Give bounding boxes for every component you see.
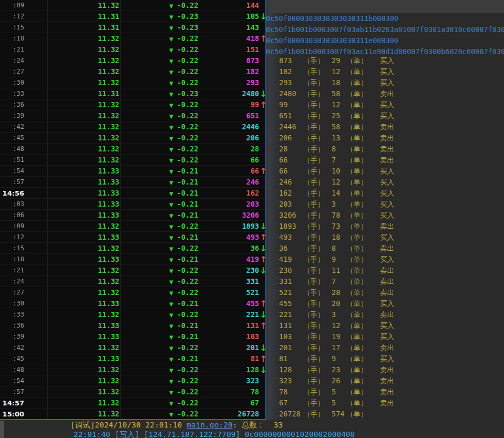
trade-side: 卖出 xyxy=(380,144,394,155)
tick-row[interactable]: :4811.32▼-0.2228 xyxy=(0,144,265,155)
trade-row[interactable]: 2480（手）58（单）卖出 xyxy=(268,88,394,99)
trade-row[interactable]: 1893（手）73（单）卖出 xyxy=(268,221,394,232)
trade-row[interactable]: 81（手）9（单）买入 xyxy=(268,353,394,364)
trade-lots-unit: （手） xyxy=(303,55,332,66)
trade-row[interactable]: 651（手）25（单）买入 xyxy=(268,110,394,121)
trade-row[interactable]: 203（手）3（单）买入 xyxy=(268,199,394,210)
tick-price: 11.33 xyxy=(47,177,119,188)
tick-price: 11.32 xyxy=(47,287,119,298)
trade-row[interactable]: 206（手）13（单）卖出 xyxy=(268,133,394,144)
trade-row[interactable]: 131（手）12（单）买入 xyxy=(268,320,394,331)
tick-row[interactable]: :3611.32▼-0.2299↑ xyxy=(0,99,265,110)
tick-row[interactable]: 15:0011.32▼-0.2226728 xyxy=(0,409,265,420)
tick-row[interactable]: :0611.33▼-0.213206 xyxy=(0,210,265,221)
tick-row[interactable]: :5411.32▼-0.22323 xyxy=(0,375,265,386)
tick-row[interactable]: :3311.31▼-0.232480↓ xyxy=(0,88,265,99)
tick-change: ▼-0.21 xyxy=(169,188,197,199)
tick-row[interactable]: :3911.32▼-0.22651 xyxy=(0,110,265,121)
tick-row[interactable]: :4511.33▼-0.2181↑ xyxy=(0,353,265,364)
tick-volume: 206 xyxy=(196,133,259,144)
tick-row[interactable]: :0911.32▼-0.221893↓ xyxy=(0,221,265,232)
tick-change: ▼-0.21 xyxy=(169,254,197,266)
trade-row[interactable]: 221（手）3（单）卖出 xyxy=(268,309,394,320)
tick-row[interactable]: :4511.32▼-0.22206 xyxy=(0,133,265,144)
trade-lots-unit: （手） xyxy=(303,66,332,77)
tick-row[interactable]: :4211.32▼-0.222446 xyxy=(0,121,265,133)
tick-row[interactable]: :1211.33▼-0.21493↑ xyxy=(0,232,265,243)
tick-row[interactable]: :2111.32▼-0.22151 xyxy=(0,44,265,55)
trade-row[interactable]: 323（手）26（单）卖出 xyxy=(268,375,394,386)
trade-row[interactable]: 36（手）8（单）卖出 xyxy=(268,243,394,254)
tick-row[interactable]: :3911.33▼-0.21103 xyxy=(0,331,265,342)
tick-row[interactable]: :2411.32▼-0.22331 xyxy=(0,276,265,287)
trade-lots-unit: （手） xyxy=(303,221,332,232)
trade-row[interactable]: 2446（手）58（单）卖出 xyxy=(268,121,394,133)
tick-row[interactable]: :5411.33▼-0.2166↑ xyxy=(0,166,265,177)
tick-row[interactable]: :1811.32▼-0.22418↑ xyxy=(0,33,265,44)
trade-row[interactable]: 455（手）20（单）买入 xyxy=(268,298,394,309)
trade-lots: 293 xyxy=(279,77,303,88)
trade-lots: 230 xyxy=(279,265,303,276)
tick-row[interactable]: :3611.33▼-0.21131↑ xyxy=(0,320,265,331)
scrollbar-nub[interactable] xyxy=(0,421,4,438)
tick-time: :15 xyxy=(0,243,24,254)
trade-lots: 67 xyxy=(279,398,303,409)
tick-row[interactable]: :5711.33▼-0.21246 xyxy=(0,177,265,188)
tick-change: ▼-0.21 xyxy=(169,199,197,210)
trade-row[interactable]: 99（手）12（单）买入 xyxy=(268,99,394,110)
tick-row[interactable]: :1811.33▼-0.21419↑ xyxy=(0,254,265,265)
trade-row[interactable]: 3206（手）78（单）买入 xyxy=(268,210,394,221)
tick-row[interactable]: :1511.32▼-0.2236↓ xyxy=(0,243,265,254)
tick-row[interactable]: :3311.32▼-0.22221↓ xyxy=(0,309,265,320)
tick-row[interactable]: :1511.31▼-0.23143 xyxy=(0,22,265,33)
tick-row[interactable]: :1211.31▼-0.23105↓ xyxy=(0,11,265,22)
tick-volume: 1893 xyxy=(196,221,259,232)
tick-row[interactable]: :2411.32▼-0.22873 xyxy=(0,55,265,66)
trade-row[interactable]: 26728（手）574（单） xyxy=(268,409,380,420)
tick-row[interactable]: :5111.32▼-0.2266 xyxy=(0,155,265,166)
trade-row[interactable]: 67（手）5（单）卖出 xyxy=(268,398,394,409)
trade-row[interactable]: 230（手）11（单）卖出 xyxy=(268,265,394,276)
source-file-link[interactable]: main.go:20 xyxy=(187,421,232,429)
trade-row[interactable]: 201（手）17（单）卖出 xyxy=(268,342,394,353)
trade-row[interactable]: 293（手）18（单）买入 xyxy=(268,77,394,88)
tick-row[interactable]: :0311.33▼-0.21203 xyxy=(0,199,265,210)
trade-row[interactable]: 162（手）14（单）买入 xyxy=(268,188,394,199)
trade-row[interactable]: 419（手）9（单）买入 xyxy=(268,254,394,265)
trade-lots-unit: （手） xyxy=(303,121,332,133)
tick-change: ▼-0.21 xyxy=(169,320,197,332)
trade-row[interactable]: 182（手）12（单）买入 xyxy=(268,66,394,77)
trade-row[interactable]: 493（手）18（单）买入 xyxy=(268,232,394,243)
trade-row[interactable]: 66（手）7（单）卖出 xyxy=(268,155,394,166)
trade-row[interactable]: 28（手）8（单）卖出 xyxy=(268,144,394,155)
tick-row[interactable]: 14:5611.33▼-0.21162 xyxy=(0,188,265,199)
tick-row[interactable]: :4211.32▼-0.22201↓ xyxy=(0,342,265,353)
hex-line: 0c50f0000303030303030311e000300 xyxy=(266,35,398,46)
tick-row[interactable]: :4811.32▼-0.22128↓ xyxy=(0,364,265,375)
trade-row[interactable]: 103（手）19（单）买入 xyxy=(268,331,394,342)
trade-orders-unit: （单） xyxy=(346,77,380,88)
tick-change: ▼-0.22 xyxy=(169,121,197,133)
trade-row[interactable]: 66（手）10（单）买入 xyxy=(268,166,394,177)
tick-row[interactable]: 14:5711.32▼-0.2267 xyxy=(0,398,265,409)
trade-lots: 103 xyxy=(279,331,303,342)
trade-row[interactable]: 246（手）12（单）买入 xyxy=(268,177,394,188)
trade-orders-unit: （单） xyxy=(346,320,380,331)
tick-volume: 493 xyxy=(196,232,259,243)
tick-row[interactable]: :5711.32▼-0.2278 xyxy=(0,386,265,398)
down-triangle-icon: ▼ xyxy=(169,412,173,417)
tick-row[interactable]: :3011.33▼-0.21455↑ xyxy=(0,298,265,309)
trade-orders-unit: （单） xyxy=(346,232,380,243)
down-triangle-icon: ▼ xyxy=(169,136,173,141)
trade-row[interactable]: 331（手）7（单）卖出 xyxy=(268,276,394,287)
tick-row[interactable]: :2711.32▼-0.22521 xyxy=(0,287,265,298)
tick-row[interactable]: :3011.32▼-0.22293 xyxy=(0,77,265,88)
trade-row[interactable]: 78（手）5（单）卖出 xyxy=(268,386,394,398)
tick-row[interactable]: :2111.32▼-0.22230↓ xyxy=(0,265,265,276)
up-arrow-icon: ↑ xyxy=(260,320,266,331)
tick-row[interactable]: :2711.32▼-0.22182 xyxy=(0,66,265,77)
trade-row[interactable]: 128（手）23（单）卖出 xyxy=(268,364,394,375)
tick-row[interactable]: :0911.32▼-0.22144 xyxy=(0,0,265,11)
trade-row[interactable]: 873（手）29（单）买入 xyxy=(268,55,394,66)
trade-row[interactable]: 521（手）28（单）卖出 xyxy=(268,287,394,298)
